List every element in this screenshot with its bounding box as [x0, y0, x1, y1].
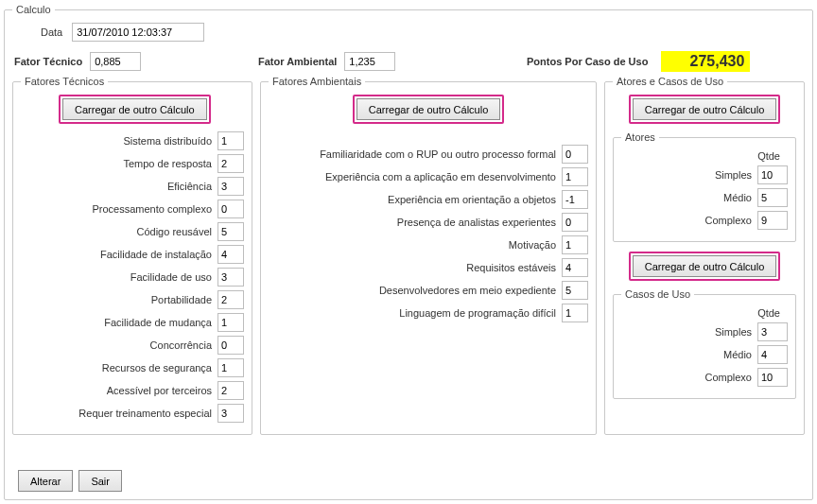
- tech-factor-label: Facilidade de instalação: [21, 249, 212, 260]
- env-factor-label: Desenvolvedores em meio expediente: [269, 285, 556, 296]
- tech-factor-row: Portabilidade: [21, 290, 244, 309]
- highlight-cases-load: Carregar de outro Cálculo: [629, 252, 781, 281]
- actors-qtde-header: Qtde: [621, 150, 780, 162]
- env-factor-input[interactable]: [562, 235, 588, 254]
- env-factor-row: Motivação: [269, 235, 588, 254]
- tech-factor-label: Eficiência: [21, 181, 212, 192]
- env-factor-input[interactable]: [562, 281, 588, 300]
- tech-factor-label: Código reusável: [21, 226, 212, 237]
- env-factor-label: Linguagem de programação difícil: [269, 307, 556, 319]
- tech-factor-label: Requer treinamento especial: [21, 408, 212, 419]
- actor-label: Médio: [621, 192, 752, 203]
- tech-factor-input[interactable]: [90, 52, 141, 71]
- tech-factor-row: Requer treinamento especial: [21, 404, 244, 423]
- env-factor-input[interactable]: [562, 190, 588, 209]
- env-factor-label: Motivação: [269, 239, 556, 251]
- actors-panel: Atores Qtde SimplesMédioComplexo: [613, 131, 796, 242]
- actors-cases-panel: Atores e Casos de Uso Carregar de outro …: [604, 76, 805, 435]
- date-input[interactable]: [72, 23, 204, 42]
- env-factor-input[interactable]: [562, 304, 588, 322]
- tech-factor-input[interactable]: [217, 358, 244, 377]
- tech-factor-row: Facilidade de mudança: [21, 313, 244, 332]
- load-cases-button[interactable]: Carregar de outro Cálculo: [633, 255, 777, 277]
- env-factor-label: Requisitos estáveis: [269, 262, 556, 273]
- actor-input[interactable]: [757, 188, 788, 207]
- case-input[interactable]: [757, 345, 788, 364]
- tech-factor-input[interactable]: [217, 222, 244, 241]
- case-label: Médio: [621, 349, 752, 360]
- actor-label: Complexo: [621, 215, 752, 226]
- pcu-value: 275,430: [661, 51, 750, 72]
- calculo-panel: Calculo Data Fator Técnico Fator Ambient…: [4, 4, 813, 500]
- pcu-label: Pontos Por Caso de Uso: [527, 56, 648, 67]
- tech-factor-label: Concorrência: [21, 339, 212, 351]
- tech-factor-input[interactable]: [217, 200, 244, 218]
- tech-factor-input[interactable]: [217, 404, 244, 423]
- actor-input[interactable]: [757, 211, 788, 230]
- cases-qtde-header: Qtde: [621, 307, 780, 319]
- tech-factor-row: Código reusável: [21, 222, 244, 241]
- env-factor-input[interactable]: [562, 258, 588, 277]
- actor-label: Simples: [621, 169, 752, 181]
- tech-factor-input[interactable]: [217, 268, 244, 287]
- actors-legend: Atores: [621, 131, 659, 143]
- env-factor-label: Experiência com a aplicação em desenvolv…: [269, 171, 556, 182]
- actor-row: Complexo: [621, 211, 788, 230]
- summary-row: Fator Técnico Fator Ambiental Pontos Por…: [14, 51, 805, 72]
- env-factor-label: Experiência em orientação a objetos: [269, 194, 556, 205]
- env-factor-label: Presença de analistas experientes: [269, 217, 556, 228]
- tech-factor-input[interactable]: [217, 177, 244, 196]
- tech-factor-label: Facilidade de mudança: [21, 317, 212, 328]
- tech-factor-label: Facilidade de uso: [21, 271, 212, 283]
- env-factor-row: Experiência com a aplicação em desenvolv…: [269, 167, 588, 186]
- tech-factor-input[interactable]: [217, 381, 244, 400]
- cases-panel: Casos de Uso Qtde SimplesMédioComplexo: [613, 288, 796, 399]
- actor-row: Simples: [621, 165, 788, 184]
- tech-factor-input[interactable]: [217, 336, 244, 355]
- tech-factor-label: Recursos de segurança: [21, 362, 212, 374]
- case-label: Complexo: [621, 372, 752, 383]
- case-input[interactable]: [757, 368, 788, 387]
- calculo-legend: Calculo: [12, 4, 55, 15]
- header-row: Data: [41, 23, 805, 42]
- tech-factor-label: Sistema distribuído: [21, 135, 212, 147]
- case-row: Simples: [621, 322, 788, 341]
- tech-factor-label: Fator Técnico: [14, 56, 82, 67]
- env-factor-row: Experiência em orientação a objetos: [269, 190, 588, 209]
- env-factor-label: Fator Ambiental: [258, 56, 337, 67]
- actor-row: Médio: [621, 188, 788, 207]
- tech-factor-input[interactable]: [217, 131, 244, 150]
- env-factor-row: Linguagem de programação difícil: [269, 304, 588, 322]
- tech-factor-row: Facilidade de instalação: [21, 245, 244, 264]
- sair-button[interactable]: Sair: [78, 470, 122, 492]
- load-env-button[interactable]: Carregar de outro Cálculo: [356, 98, 501, 120]
- alterar-button[interactable]: Alterar: [18, 470, 73, 492]
- load-tech-button[interactable]: Carregar de outro Cálculo: [62, 98, 207, 120]
- env-factor-input[interactable]: [562, 145, 588, 164]
- date-label: Data: [41, 26, 62, 38]
- case-input[interactable]: [757, 322, 788, 341]
- load-actors-button[interactable]: Carregar de outro Cálculo: [633, 98, 777, 120]
- tech-factor-row: Recursos de segurança: [21, 358, 244, 377]
- tech-factor-row: Tempo de resposta: [21, 154, 244, 173]
- case-label: Simples: [621, 326, 752, 338]
- env-factors-panel: Fatores Ambientais Carregar de outro Cál…: [260, 76, 597, 435]
- env-factor-input[interactable]: [562, 213, 588, 232]
- env-factor-row: Familiaridade com o RUP ou outro process…: [269, 145, 588, 164]
- env-factor-row: Desenvolvedores em meio expediente: [269, 281, 588, 300]
- tech-factor-input[interactable]: [217, 154, 244, 173]
- env-factor-input[interactable]: [344, 52, 395, 71]
- tech-factors-legend: Fatores Técnicos: [21, 76, 108, 87]
- actor-input[interactable]: [757, 165, 788, 184]
- tech-factor-row: Eficiência: [21, 177, 244, 196]
- tech-factor-input[interactable]: [217, 313, 244, 332]
- highlight-tech-load: Carregar de outro Cálculo: [59, 95, 211, 124]
- actors-cases-legend: Atores e Casos de Uso: [613, 76, 727, 87]
- tech-factor-label: Tempo de resposta: [21, 158, 212, 169]
- tech-factor-label: Processamento complexo: [21, 203, 212, 215]
- tech-factor-label: Portabilidade: [21, 294, 212, 305]
- tech-factor-row: Sistema distribuído: [21, 131, 244, 150]
- tech-factor-input[interactable]: [217, 290, 244, 309]
- env-factor-input[interactable]: [562, 167, 588, 186]
- tech-factor-input[interactable]: [217, 245, 244, 264]
